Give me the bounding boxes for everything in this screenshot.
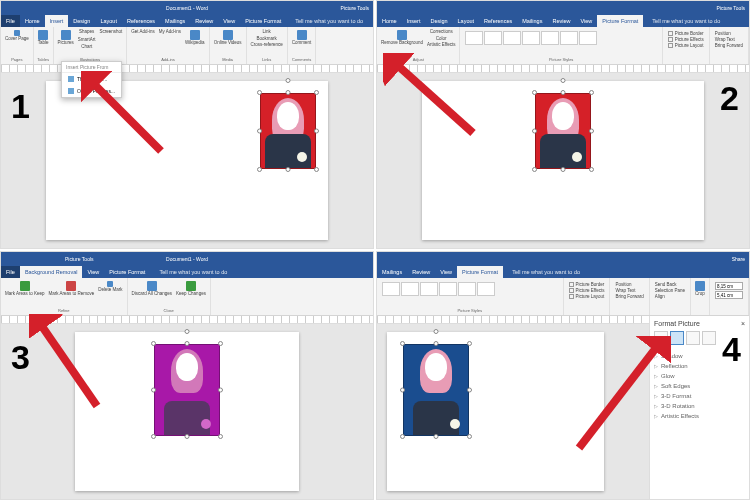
step-number-1: 1 [11, 87, 30, 126]
get-addins-button[interactable]: Get Add-ins [130, 29, 156, 57]
tab-references[interactable]: References [122, 15, 160, 27]
tab-view[interactable]: View [575, 15, 597, 27]
tab-picture-format[interactable]: Picture Format [597, 15, 643, 27]
mark-remove-button[interactable]: Mark Areas to Remove [48, 280, 96, 308]
table-button[interactable]: Table [37, 29, 50, 57]
picture-border-button[interactable]: Picture Border [668, 31, 704, 36]
tell-me[interactable]: Tell me what you want to do [154, 266, 232, 278]
picture-effects-button[interactable]: Picture Effects [569, 288, 605, 293]
tab-insert[interactable]: Insert [402, 15, 426, 27]
titlebar: Picture Tools [377, 1, 749, 15]
bring-forward-button[interactable]: Bring Forward [615, 294, 643, 299]
titlebar: Picture Tools Document1 - Word [1, 252, 373, 266]
wikipedia-button[interactable]: Wikipedia [184, 29, 206, 57]
picture-tools-label: Picture Tools [340, 5, 369, 11]
tab-picture-format[interactable]: Picture Format [104, 266, 150, 278]
tab-view[interactable]: View [82, 266, 104, 278]
svg-line-7 [579, 344, 659, 448]
keep-changes-button[interactable]: Keep Changes [175, 280, 207, 308]
tab-insert[interactable]: Insert [45, 15, 69, 27]
position-button[interactable]: Position [615, 282, 643, 287]
picture-effects-button[interactable]: Picture Effects [668, 37, 704, 42]
tab-review[interactable]: Review [407, 266, 435, 278]
tab-design[interactable]: Design [68, 15, 95, 27]
picture-tools-label: Picture Tools [65, 256, 94, 262]
shapes-button[interactable]: Shapes [77, 29, 97, 36]
titlebar: Document1 - Word Picture Tools [1, 1, 373, 15]
tab-mailings[interactable]: Mailings [377, 266, 407, 278]
tab-picture-format[interactable]: Picture Format [457, 266, 503, 278]
artistic-effects-button[interactable]: Artistic Effects [426, 42, 456, 49]
svg-line-3 [395, 63, 473, 133]
delete-mark-button[interactable]: Delete Mark [97, 280, 123, 308]
tab-background-removal[interactable]: Background Removal [20, 266, 83, 278]
picture-layout-button[interactable]: Picture Layout [569, 294, 605, 299]
layout-icon[interactable] [686, 331, 700, 345]
crossref-button[interactable]: Cross-reference [250, 42, 284, 49]
tab-view[interactable]: View [435, 266, 457, 278]
tab-layout[interactable]: Layout [95, 15, 122, 27]
tab-file[interactable]: File [1, 15, 20, 27]
tab-file[interactable]: File [1, 266, 20, 278]
tab-home[interactable]: Home [377, 15, 402, 27]
tab-home[interactable]: Home [20, 15, 45, 27]
ribbon-picture-format: Picture Styles Picture Border Picture Ef… [377, 278, 749, 316]
position-button[interactable]: Position [715, 31, 743, 36]
comment-button[interactable]: Comment [291, 29, 313, 57]
ribbon-tabs: Mailings Review View Picture Format Tell… [377, 266, 749, 278]
tab-view[interactable]: View [218, 15, 240, 27]
picture-border-button[interactable]: Picture Border [569, 282, 605, 287]
step-number-2: 2 [720, 79, 739, 118]
tab-mailings[interactable]: Mailings [517, 15, 547, 27]
wrap-text-button[interactable]: Wrap Text [715, 37, 743, 42]
close-icon[interactable]: × [741, 320, 745, 327]
send-backward-button[interactable]: Send Back [655, 282, 685, 287]
tell-me[interactable]: Tell me what you want to do [290, 15, 368, 27]
panel-2: Picture Tools Home Insert Design Layout … [376, 0, 750, 249]
cover-page-button[interactable]: Cover Page [4, 29, 30, 57]
ribbon-tabs: Home Insert Design Layout References Mai… [377, 15, 749, 27]
arrow-1 [81, 71, 171, 161]
inserted-photo[interactable] [260, 93, 316, 169]
align-button[interactable]: Align [655, 294, 685, 299]
crop-button[interactable]: Crop [694, 280, 706, 313]
bg-removal-photo[interactable] [154, 344, 220, 436]
tell-me[interactable]: Tell me what you want to do [507, 266, 585, 278]
picture-styles-gallery[interactable] [380, 280, 560, 298]
inserted-photo[interactable] [535, 93, 591, 169]
picture-styles-gallery[interactable] [463, 29, 658, 47]
tab-design[interactable]: Design [425, 15, 452, 27]
step-number-3: 3 [11, 338, 30, 377]
svg-line-1 [91, 81, 161, 151]
document-area [1, 73, 373, 248]
tab-mailings[interactable]: Mailings [160, 15, 190, 27]
doc-title: Document1 - Word [166, 256, 208, 262]
tab-references[interactable]: References [479, 15, 517, 27]
mark-keep-button[interactable]: Mark Areas to Keep [4, 280, 46, 308]
screenshot-button[interactable]: Screenshot [99, 29, 124, 57]
tab-review[interactable]: Review [547, 15, 575, 27]
tab-review[interactable]: Review [190, 15, 218, 27]
width-input[interactable] [715, 291, 743, 299]
ribbon-insert: Cover PagePages TableTables Pictures Sha… [1, 27, 373, 65]
my-addins-button[interactable]: My Add-ins [158, 29, 182, 57]
result-photo[interactable] [403, 344, 469, 436]
tab-layout[interactable]: Layout [453, 15, 480, 27]
titlebar: Share [377, 252, 749, 266]
bring-forward-button[interactable]: Bring Forward [715, 43, 743, 48]
picture-icon[interactable] [702, 331, 716, 345]
wrap-text-button[interactable]: Wrap Text [615, 288, 643, 293]
ribbon-background-removal: Mark Areas to Keep Mark Areas to Remove … [1, 278, 373, 316]
effects-icon[interactable] [670, 331, 684, 345]
tell-me[interactable]: Tell me what you want to do [647, 15, 725, 27]
picture-layout-button[interactable]: Picture Layout [668, 43, 704, 48]
tab-picture-format[interactable]: Picture Format [240, 15, 286, 27]
selection-pane-button[interactable]: Selection Pane [655, 288, 685, 293]
share-button[interactable]: Share [732, 256, 745, 262]
smartart-button[interactable]: SmartArt [77, 37, 97, 44]
height-input[interactable] [715, 282, 743, 290]
discard-changes-button[interactable]: Discard All Changes [131, 280, 174, 308]
pictures-button[interactable]: Pictures [57, 29, 75, 57]
online-video-button[interactable]: Online Videos [213, 29, 243, 57]
chart-button[interactable]: Chart [77, 44, 97, 51]
